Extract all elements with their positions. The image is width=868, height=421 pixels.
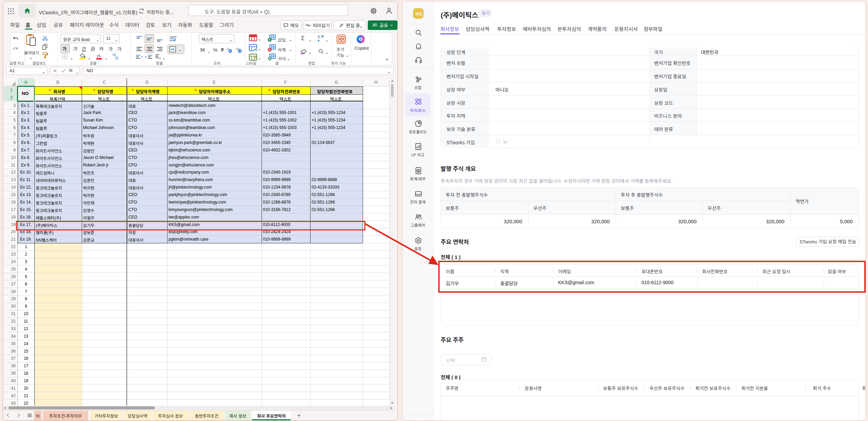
svg-text:.0: .0 [226,47,228,50]
svg-text:공: 공 [317,35,320,38]
